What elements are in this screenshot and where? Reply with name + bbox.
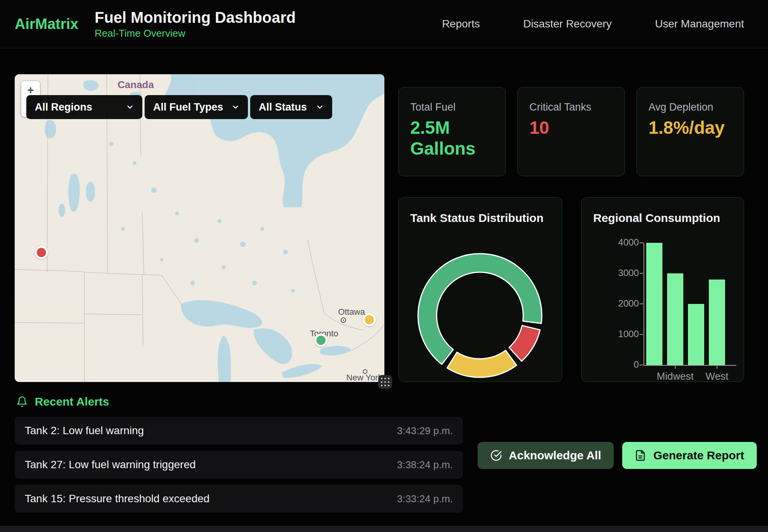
map-resize-handle[interactable] [378, 375, 392, 389]
x-tick-mark [717, 366, 717, 369]
alert-timestamp: 3:33:24 p.m. [397, 493, 453, 505]
map-label-ottawa: Ottawa [338, 307, 365, 317]
status-filter-select[interactable]: All Status [250, 95, 332, 119]
y-tick-mark [640, 273, 643, 274]
consumption-bar [646, 243, 662, 365]
x-tick-mark [675, 366, 676, 369]
alert-message: Tank 27: Low fuel warning triggered [25, 459, 196, 471]
y-tick-mark [640, 365, 643, 365]
filter-selected-value: All Fuel Types [153, 101, 223, 113]
filter-selected-value: All Status [259, 101, 307, 113]
map-panel: Canada Ottawa Toronto New York + − All R… [15, 74, 384, 382]
app-root: AirMatrix Fuel Monitoring Dashboard Real… [0, 0, 768, 532]
alert-timestamp: 3:38:24 p.m. [397, 459, 453, 471]
alert-row[interactable]: Tank 15: Pressure threshold exceeded3:33… [15, 485, 463, 513]
acknowledge-all-button[interactable]: Acknowledge All [478, 442, 614, 469]
page-subtitle: Real-Time Overview [95, 27, 296, 39]
stat-value: 2.5M Gallons [410, 117, 494, 159]
consumption-bar [667, 273, 683, 365]
regional-consumption-bar-chart: 01000200030004000MidwestWest [582, 198, 744, 382]
stat-card-critical-tanks: Critical Tanks10 [517, 87, 625, 176]
y-tick-mark [640, 334, 643, 335]
chevron-down-icon [232, 103, 239, 111]
map-canvas[interactable]: Canada Ottawa Toronto New York [15, 74, 384, 382]
y-tick-label: 0 [598, 359, 639, 370]
alert-message: Tank 15: Pressure threshold exceeded [25, 493, 210, 505]
fuel-type-filter-select[interactable]: All Fuel Types [145, 95, 248, 119]
map-label-newyork: New York [346, 373, 383, 382]
stat-label: Avg Depletion [649, 101, 732, 113]
main-nav: ReportsDisaster RecoveryUser Management [442, 18, 768, 30]
y-tick-label: 2000 [598, 298, 639, 309]
tank-status-donut-chart [399, 198, 563, 382]
title-block: Fuel Monitoring Dashboard Real-Time Over… [95, 9, 296, 39]
chevron-down-icon [126, 103, 134, 111]
tank-marker-warning[interactable] [363, 313, 376, 326]
nav-item-user-management[interactable]: User Management [655, 18, 744, 30]
y-tick-mark [640, 304, 643, 304]
consumption-bar [709, 280, 725, 365]
page-title: Fuel Monitoring Dashboard [95, 9, 296, 26]
header: AirMatrix Fuel Monitoring Dashboard Real… [0, 0, 768, 48]
y-tick-label: 3000 [598, 268, 639, 278]
alert-row[interactable]: Tank 2: Low fuel warning3:43:29 p.m. [15, 417, 463, 445]
generate-report-button[interactable]: Generate Report [622, 442, 757, 469]
donut-segment-warning [447, 350, 517, 377]
brand-logo[interactable]: AirMatrix [15, 16, 79, 32]
x-axis [643, 365, 736, 366]
map-filter-bar: All RegionsAll Fuel TypesAll Status [26, 95, 332, 119]
map-label-canada: Canada [118, 79, 154, 90]
acknowledge-all-label: Acknowledge All [509, 449, 601, 462]
alert-row[interactable]: Tank 27: Low fuel warning triggered3:38:… [15, 451, 463, 479]
regional-consumption-card: Regional Consumption 01000200030004000Mi… [581, 197, 744, 382]
chevron-down-icon [316, 103, 324, 111]
stat-label: Critical Tanks [529, 101, 613, 113]
y-tick-label: 4000 [598, 237, 639, 248]
stat-card-total-fuel: Total Fuel2.5M Gallons [398, 87, 506, 176]
y-axis [643, 243, 644, 365]
y-tick-label: 1000 [598, 329, 639, 339]
generate-report-label: Generate Report [653, 449, 744, 462]
bell-icon [16, 396, 28, 408]
check-circle-icon [490, 450, 502, 461]
map-viewport[interactable]: Canada Ottawa Toronto New York + − All R… [15, 74, 384, 382]
alerts-list: Tank 2: Low fuel warning3:43:29 p.m.Tank… [15, 417, 463, 519]
file-text-icon [635, 450, 646, 461]
stats-row: Total Fuel2.5M GallonsCritical Tanks10Av… [398, 87, 744, 176]
stat-label: Total Fuel [410, 101, 494, 113]
region-filter-select[interactable]: All Regions [26, 95, 142, 119]
alert-timestamp: 3:43:29 p.m. [397, 425, 453, 437]
ottawa-city-dot-center [343, 319, 344, 321]
tank-marker-normal[interactable] [314, 334, 328, 347]
alert-message: Tank 2: Low fuel warning [25, 425, 144, 437]
alerts-header: Recent Alerts [16, 395, 109, 408]
donut-segment-critical [509, 326, 540, 361]
bottom-window-edge [0, 526, 768, 532]
nav-item-disaster-recovery[interactable]: Disaster Recovery [523, 18, 612, 30]
tank-status-card: Tank Status Distribution [398, 197, 562, 382]
consumption-bar [688, 304, 704, 365]
filter-selected-value: All Regions [35, 101, 92, 113]
nav-item-reports[interactable]: Reports [442, 18, 480, 30]
stat-value: 10 [529, 117, 613, 138]
tank-marker-critical[interactable] [35, 246, 48, 259]
alert-actions: Acknowledge All Generate Report [478, 442, 757, 469]
stat-card-avg-depletion: Avg Depletion1.8%/day [637, 87, 744, 176]
alerts-title: Recent Alerts [35, 395, 109, 408]
y-tick-mark [640, 242, 643, 243]
x-tick-label: West [690, 370, 744, 382]
stat-value: 1.8%/day [649, 117, 732, 138]
